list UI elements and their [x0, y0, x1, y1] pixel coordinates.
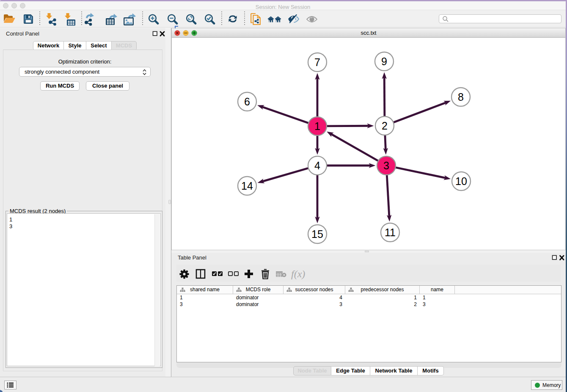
svg-text:9: 9 — [381, 55, 387, 67]
svg-text:6: 6 — [244, 96, 250, 108]
svg-text:1: 1 — [314, 120, 320, 132]
svg-text:7: 7 — [314, 56, 320, 68]
svg-text:3: 3 — [383, 160, 389, 171]
svg-text:2: 2 — [382, 120, 388, 132]
svg-text:8: 8 — [458, 91, 464, 103]
svg-text:11: 11 — [385, 226, 396, 238]
svg-text:14: 14 — [241, 180, 253, 192]
svg-text:15: 15 — [311, 228, 323, 240]
svg-text:4: 4 — [314, 160, 320, 171]
svg-text:10: 10 — [455, 175, 467, 187]
